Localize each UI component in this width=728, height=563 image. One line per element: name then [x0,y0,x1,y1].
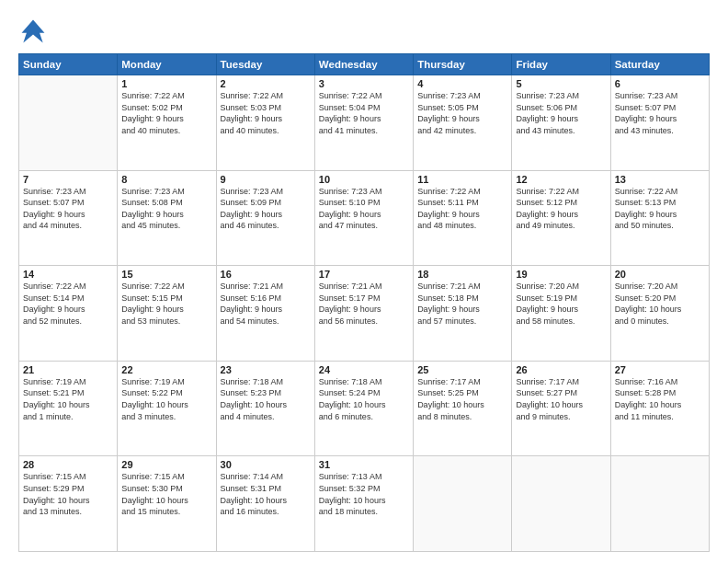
calendar-cell: 26Sunrise: 7:17 AM Sunset: 5:27 PM Dayli… [512,361,610,456]
calendar-cell: 18Sunrise: 7:21 AM Sunset: 5:18 PM Dayli… [414,266,512,362]
logo-icon [18,17,48,46]
svg-marker-0 [22,20,45,43]
day-info: Sunrise: 7:17 AM Sunset: 5:25 PM Dayligh… [417,376,507,422]
day-number: 12 [516,174,606,185]
weekday-header-friday: Friday [512,54,610,75]
calendar-cell: 19Sunrise: 7:20 AM Sunset: 5:19 PM Dayli… [512,266,610,362]
weekday-header-saturday: Saturday [610,54,709,75]
day-number: 18 [417,269,507,280]
page: SundayMondayTuesdayWednesdayThursdayFrid… [0,0,728,563]
day-info: Sunrise: 7:13 AM Sunset: 5:32 PM Dayligh… [319,471,409,517]
day-number: 23 [221,364,311,375]
day-info: Sunrise: 7:22 AM Sunset: 5:15 PM Dayligh… [121,281,211,327]
day-info: Sunrise: 7:19 AM Sunset: 5:21 PM Dayligh… [23,376,113,422]
day-info: Sunrise: 7:22 AM Sunset: 5:03 PM Dayligh… [221,90,311,136]
day-number: 19 [516,269,606,280]
day-info: Sunrise: 7:18 AM Sunset: 5:23 PM Dayligh… [221,376,311,422]
day-number: 24 [319,364,409,375]
day-info: Sunrise: 7:22 AM Sunset: 5:14 PM Dayligh… [23,281,113,327]
calendar-cell: 25Sunrise: 7:17 AM Sunset: 5:25 PM Dayli… [414,361,512,456]
calendar-cell: 24Sunrise: 7:18 AM Sunset: 5:24 PM Dayli… [314,361,413,456]
day-number: 21 [23,364,113,375]
calendar-cell: 13Sunrise: 7:22 AM Sunset: 5:13 PM Dayli… [610,170,709,266]
calendar-cell: 6Sunrise: 7:23 AM Sunset: 5:07 PM Daylig… [610,75,709,171]
day-number: 22 [121,364,211,375]
calendar-cell: 17Sunrise: 7:21 AM Sunset: 5:17 PM Dayli… [314,266,413,362]
day-info: Sunrise: 7:23 AM Sunset: 5:07 PM Dayligh… [23,186,113,232]
calendar-cell [414,456,512,552]
calendar-cell: 29Sunrise: 7:15 AM Sunset: 5:30 PM Dayli… [118,456,216,552]
calendar-cell [512,456,610,552]
week-row-4: 21Sunrise: 7:19 AM Sunset: 5:21 PM Dayli… [19,361,710,456]
day-number: 2 [221,78,311,89]
week-row-2: 7Sunrise: 7:23 AM Sunset: 5:07 PM Daylig… [19,170,710,266]
calendar-table: SundayMondayTuesdayWednesdayThursdayFrid… [18,53,710,552]
day-number: 7 [23,174,113,185]
calendar-cell: 2Sunrise: 7:22 AM Sunset: 5:03 PM Daylig… [216,75,314,171]
header [18,17,710,46]
weekday-header-wednesday: Wednesday [314,54,413,75]
day-info: Sunrise: 7:17 AM Sunset: 5:27 PM Dayligh… [516,376,606,422]
day-info: Sunrise: 7:23 AM Sunset: 5:10 PM Dayligh… [319,186,409,232]
day-info: Sunrise: 7:23 AM Sunset: 5:05 PM Dayligh… [417,90,507,136]
weekday-header-sunday: Sunday [19,54,118,75]
day-info: Sunrise: 7:23 AM Sunset: 5:09 PM Dayligh… [221,186,311,232]
calendar-cell: 28Sunrise: 7:15 AM Sunset: 5:29 PM Dayli… [19,456,118,552]
day-info: Sunrise: 7:23 AM Sunset: 5:07 PM Dayligh… [615,90,705,136]
day-info: Sunrise: 7:21 AM Sunset: 5:17 PM Dayligh… [319,281,409,327]
day-number: 9 [221,174,311,185]
day-number: 17 [319,269,409,280]
logo [18,17,51,46]
day-number: 5 [516,78,606,89]
week-row-1: 1Sunrise: 7:22 AM Sunset: 5:02 PM Daylig… [19,75,710,171]
calendar-cell: 12Sunrise: 7:22 AM Sunset: 5:12 PM Dayli… [512,170,610,266]
day-number: 15 [121,269,211,280]
day-number: 26 [516,364,606,375]
day-info: Sunrise: 7:23 AM Sunset: 5:06 PM Dayligh… [516,90,606,136]
day-info: Sunrise: 7:22 AM Sunset: 5:11 PM Dayligh… [417,186,507,232]
day-number: 11 [417,174,507,185]
day-number: 14 [23,269,113,280]
calendar-cell: 23Sunrise: 7:18 AM Sunset: 5:23 PM Dayli… [216,361,314,456]
day-number: 6 [615,78,705,89]
calendar-cell [19,75,118,171]
calendar-cell: 30Sunrise: 7:14 AM Sunset: 5:31 PM Dayli… [216,456,314,552]
day-info: Sunrise: 7:21 AM Sunset: 5:16 PM Dayligh… [221,281,311,327]
day-number: 28 [23,459,113,470]
calendar-cell: 1Sunrise: 7:22 AM Sunset: 5:02 PM Daylig… [118,75,216,171]
calendar-cell: 22Sunrise: 7:19 AM Sunset: 5:22 PM Dayli… [118,361,216,456]
calendar-cell: 21Sunrise: 7:19 AM Sunset: 5:21 PM Dayli… [19,361,118,456]
day-number: 29 [121,459,211,470]
week-row-5: 28Sunrise: 7:15 AM Sunset: 5:29 PM Dayli… [19,456,710,552]
calendar-cell: 8Sunrise: 7:23 AM Sunset: 5:08 PM Daylig… [118,170,216,266]
day-number: 20 [615,269,705,280]
day-number: 4 [417,78,507,89]
weekday-header-row: SundayMondayTuesdayWednesdayThursdayFrid… [19,54,710,75]
calendar-cell: 16Sunrise: 7:21 AM Sunset: 5:16 PM Dayli… [216,266,314,362]
calendar-cell: 20Sunrise: 7:20 AM Sunset: 5:20 PM Dayli… [610,266,709,362]
calendar-cell: 27Sunrise: 7:16 AM Sunset: 5:28 PM Dayli… [610,361,709,456]
calendar-cell: 5Sunrise: 7:23 AM Sunset: 5:06 PM Daylig… [512,75,610,171]
week-row-3: 14Sunrise: 7:22 AM Sunset: 5:14 PM Dayli… [19,266,710,362]
weekday-header-thursday: Thursday [414,54,512,75]
day-number: 25 [417,364,507,375]
day-info: Sunrise: 7:22 AM Sunset: 5:02 PM Dayligh… [121,90,211,136]
day-number: 3 [319,78,409,89]
day-info: Sunrise: 7:22 AM Sunset: 5:13 PM Dayligh… [615,186,705,232]
day-info: Sunrise: 7:22 AM Sunset: 5:04 PM Dayligh… [319,90,409,136]
calendar-cell: 14Sunrise: 7:22 AM Sunset: 5:14 PM Dayli… [19,266,118,362]
calendar-cell: 10Sunrise: 7:23 AM Sunset: 5:10 PM Dayli… [314,170,413,266]
calendar-cell: 3Sunrise: 7:22 AM Sunset: 5:04 PM Daylig… [314,75,413,171]
day-number: 1 [121,78,211,89]
calendar-cell [610,456,709,552]
weekday-header-monday: Monday [118,54,216,75]
day-info: Sunrise: 7:15 AM Sunset: 5:29 PM Dayligh… [23,471,113,517]
day-info: Sunrise: 7:19 AM Sunset: 5:22 PM Dayligh… [121,376,211,422]
day-info: Sunrise: 7:20 AM Sunset: 5:20 PM Dayligh… [615,281,705,327]
calendar-cell: 11Sunrise: 7:22 AM Sunset: 5:11 PM Dayli… [414,170,512,266]
day-number: 8 [121,174,211,185]
day-info: Sunrise: 7:16 AM Sunset: 5:28 PM Dayligh… [615,376,705,422]
day-info: Sunrise: 7:21 AM Sunset: 5:18 PM Dayligh… [417,281,507,327]
day-info: Sunrise: 7:18 AM Sunset: 5:24 PM Dayligh… [319,376,409,422]
day-number: 30 [221,459,311,470]
